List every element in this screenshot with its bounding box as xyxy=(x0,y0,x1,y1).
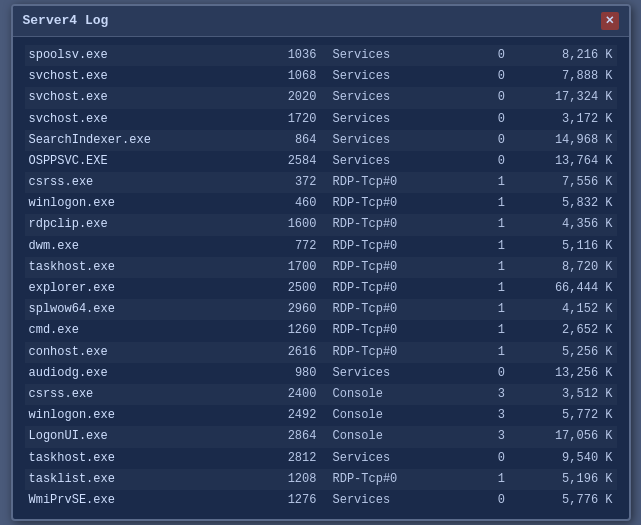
process-pid: 980 xyxy=(240,363,321,384)
process-name: SearchIndexer.exe xyxy=(25,130,240,151)
table-row: svchost.exe 1720 Services 0 3,172 K xyxy=(25,109,617,130)
process-pid: 2500 xyxy=(240,278,321,299)
process-pid: 1208 xyxy=(240,469,321,490)
process-session: Services xyxy=(320,45,455,66)
process-num: 3 xyxy=(455,405,509,426)
process-mem: 5,832 K xyxy=(509,193,617,214)
process-name: taskhost.exe xyxy=(25,257,240,278)
process-num: 0 xyxy=(455,66,509,87)
table-row: OSPPSVC.EXE 2584 Services 0 13,764 K xyxy=(25,151,617,172)
process-mem: 7,888 K xyxy=(509,66,617,87)
process-mem: 8,216 K xyxy=(509,45,617,66)
process-pid: 2020 xyxy=(240,87,321,108)
process-session: Services xyxy=(320,448,455,469)
process-num: 0 xyxy=(455,151,509,172)
process-name: dwm.exe xyxy=(25,236,240,257)
process-mem: 5,776 K xyxy=(509,490,617,511)
process-num: 1 xyxy=(455,257,509,278)
process-mem: 5,256 K xyxy=(509,342,617,363)
table-row: winlogon.exe 2492 Console 3 5,772 K xyxy=(25,405,617,426)
process-session: Console xyxy=(320,405,455,426)
process-num: 1 xyxy=(455,342,509,363)
process-mem: 17,056 K xyxy=(509,426,617,447)
table-row: csrss.exe 2400 Console 3 3,512 K xyxy=(25,384,617,405)
table-row: svchost.exe 1068 Services 0 7,888 K xyxy=(25,66,617,87)
process-pid: 1720 xyxy=(240,109,321,130)
process-mem: 2,652 K xyxy=(509,320,617,341)
process-name: OSPPSVC.EXE xyxy=(25,151,240,172)
process-pid: 1600 xyxy=(240,214,321,235)
process-num: 3 xyxy=(455,384,509,405)
process-session: Services xyxy=(320,490,455,511)
process-num: 0 xyxy=(455,45,509,66)
process-num: 1 xyxy=(455,299,509,320)
process-pid: 2864 xyxy=(240,426,321,447)
process-name: svchost.exe xyxy=(25,66,240,87)
process-mem: 3,172 K xyxy=(509,109,617,130)
table-row: taskhost.exe 1700 RDP-Tcp#0 1 8,720 K xyxy=(25,257,617,278)
server-log-window: Server4 Log ✕ spoolsv.exe 1036 Services … xyxy=(11,4,631,521)
process-pid: 460 xyxy=(240,193,321,214)
close-button[interactable]: ✕ xyxy=(601,12,619,30)
process-pid: 2400 xyxy=(240,384,321,405)
process-num: 0 xyxy=(455,130,509,151)
table-row: taskhost.exe 2812 Services 0 9,540 K xyxy=(25,448,617,469)
process-list-container: spoolsv.exe 1036 Services 0 8,216 K svch… xyxy=(13,37,629,519)
table-row: conhost.exe 2616 RDP-Tcp#0 1 5,256 K xyxy=(25,342,617,363)
process-session: Services xyxy=(320,66,455,87)
process-name: spoolsv.exe xyxy=(25,45,240,66)
process-name: winlogon.exe xyxy=(25,405,240,426)
process-num: 0 xyxy=(455,490,509,511)
process-mem: 5,116 K xyxy=(509,236,617,257)
process-name: LogonUI.exe xyxy=(25,426,240,447)
process-mem: 7,556 K xyxy=(509,172,617,193)
process-mem: 5,772 K xyxy=(509,405,617,426)
process-mem: 3,512 K xyxy=(509,384,617,405)
process-name: tasklist.exe xyxy=(25,469,240,490)
process-num: 1 xyxy=(455,236,509,257)
table-row: LogonUI.exe 2864 Console 3 17,056 K xyxy=(25,426,617,447)
process-session: RDP-Tcp#0 xyxy=(320,299,455,320)
process-session: RDP-Tcp#0 xyxy=(320,469,455,490)
table-row: dwm.exe 772 RDP-Tcp#0 1 5,116 K xyxy=(25,236,617,257)
process-pid: 2584 xyxy=(240,151,321,172)
table-row: WmiPrvSE.exe 1276 Services 0 5,776 K xyxy=(25,490,617,511)
process-num: 1 xyxy=(455,214,509,235)
process-mem: 13,256 K xyxy=(509,363,617,384)
table-row: tasklist.exe 1208 RDP-Tcp#0 1 5,196 K xyxy=(25,469,617,490)
process-session: RDP-Tcp#0 xyxy=(320,214,455,235)
process-session: RDP-Tcp#0 xyxy=(320,172,455,193)
process-session: Services xyxy=(320,109,455,130)
table-row: winlogon.exe 460 RDP-Tcp#0 1 5,832 K xyxy=(25,193,617,214)
table-row: csrss.exe 372 RDP-Tcp#0 1 7,556 K xyxy=(25,172,617,193)
process-num: 0 xyxy=(455,363,509,384)
process-mem: 4,152 K xyxy=(509,299,617,320)
process-num: 1 xyxy=(455,469,509,490)
process-pid: 2812 xyxy=(240,448,321,469)
process-session: Services xyxy=(320,151,455,172)
process-mem: 4,356 K xyxy=(509,214,617,235)
process-session: Console xyxy=(320,426,455,447)
process-mem: 17,324 K xyxy=(509,87,617,108)
process-name: rdpclip.exe xyxy=(25,214,240,235)
process-name: winlogon.exe xyxy=(25,193,240,214)
process-num: 1 xyxy=(455,320,509,341)
process-name: audiodg.exe xyxy=(25,363,240,384)
process-num: 3 xyxy=(455,426,509,447)
process-table: spoolsv.exe 1036 Services 0 8,216 K svch… xyxy=(25,45,617,511)
table-row: SearchIndexer.exe 864 Services 0 14,968 … xyxy=(25,130,617,151)
process-session: Services xyxy=(320,130,455,151)
process-num: 0 xyxy=(455,87,509,108)
process-mem: 14,968 K xyxy=(509,130,617,151)
process-num: 1 xyxy=(455,278,509,299)
process-mem: 5,196 K xyxy=(509,469,617,490)
process-session: RDP-Tcp#0 xyxy=(320,278,455,299)
process-mem: 8,720 K xyxy=(509,257,617,278)
process-name: csrss.exe xyxy=(25,384,240,405)
process-session: RDP-Tcp#0 xyxy=(320,193,455,214)
process-name: WmiPrvSE.exe xyxy=(25,490,240,511)
process-pid: 1068 xyxy=(240,66,321,87)
window-title: Server4 Log xyxy=(23,13,109,28)
process-pid: 772 xyxy=(240,236,321,257)
process-num: 1 xyxy=(455,172,509,193)
